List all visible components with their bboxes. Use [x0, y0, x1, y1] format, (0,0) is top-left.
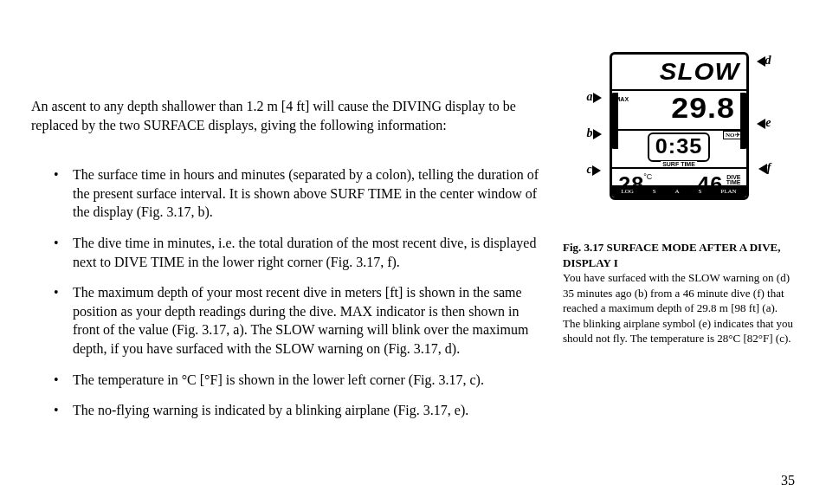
caption-title: Fig. 3.17 SURFACE MODE AFTER A DIVE, DIS…: [563, 241, 780, 269]
callout-d: d: [757, 54, 771, 68]
list-item: The temperature in °C [°F] is shown in t…: [73, 371, 547, 390]
surf-time-label: SURF TIME: [661, 161, 697, 167]
figure-dive-computer: SLOW MAX 29.8 0:35 SURF TIME NO✈ 28°C: [590, 43, 768, 212]
bullet-list: The surface time in hours and minutes (s…: [31, 165, 547, 420]
no-fly-icon: NO✈: [723, 131, 743, 139]
max-depth-value: 29.8: [672, 91, 736, 125]
list-item: The dive time in minutes, i.e. the total…: [73, 234, 547, 271]
temperature-unit: °C: [643, 172, 652, 181]
callout-f: f: [758, 161, 771, 175]
list-item: The no-flying warning is indicated by a …: [73, 401, 547, 420]
callout-c: c: [587, 163, 601, 177]
mode-footer: LOG S A S PLAN: [612, 185, 746, 197]
page-number: 35: [781, 473, 795, 488]
surface-time-value: 0:35: [655, 134, 703, 158]
callout-b: b: [587, 126, 602, 140]
intro-paragraph: An ascent to any depth shallower than 1.…: [31, 97, 547, 134]
list-item: The surface time in hours and minutes (s…: [73, 165, 547, 222]
list-item: The maximum depth of your most recent di…: [73, 283, 547, 358]
figure-caption: Fig. 3.17 SURFACE MODE AFTER A DIVE, DIS…: [563, 240, 795, 346]
callout-a: a: [587, 90, 602, 104]
max-label: MAX: [616, 96, 629, 102]
slow-warning: SLOW: [659, 58, 739, 86]
callout-e: e: [757, 116, 771, 130]
caption-body: You have surfaced with the SLOW warning …: [563, 271, 793, 345]
